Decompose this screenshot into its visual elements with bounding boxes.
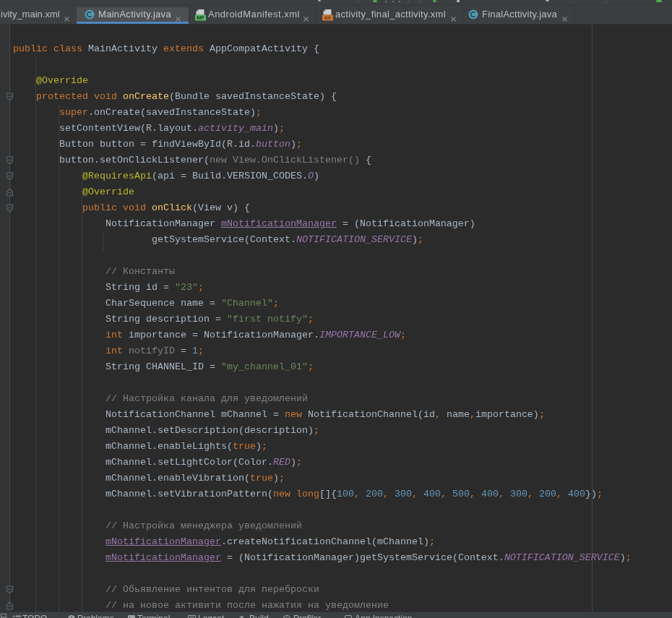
- svg-text:<>: <>: [324, 14, 331, 21]
- svg-text:MF: MF: [197, 14, 204, 21]
